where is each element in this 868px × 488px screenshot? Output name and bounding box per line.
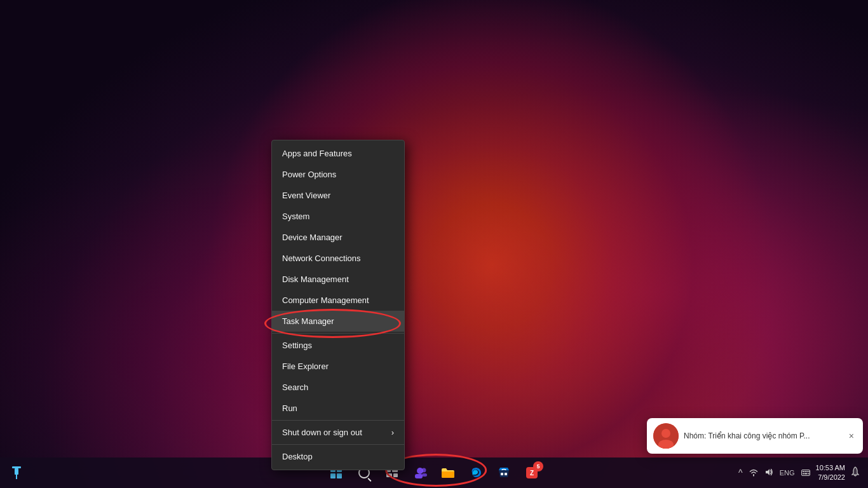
menu-item-power-options[interactable]: Power Options (272, 164, 404, 185)
svg-point-8 (422, 468, 426, 473)
svg-rect-12 (505, 473, 507, 475)
svg-rect-22 (804, 473, 807, 475)
svg-rect-5 (386, 473, 392, 477)
system-clock[interactable]: 10:53 AM 7/9/2022 (816, 463, 845, 483)
svg-rect-9 (415, 474, 423, 478)
svg-rect-17 (803, 471, 804, 472)
svg-point-15 (753, 474, 754, 475)
tray-icons: ^ ENG (736, 466, 811, 480)
file-explorer-icon (441, 467, 455, 478)
taskbar-left (0, 460, 29, 485)
submenu-arrow-icon: › (391, 428, 394, 437)
menu-item-search[interactable]: Search (272, 377, 404, 398)
desktop-background (0, 0, 868, 488)
svg-rect-6 (393, 473, 398, 477)
tray-keyboard-icon[interactable] (799, 466, 812, 479)
notification-text: Nhóm: Triển khai công việc nhóm P... (684, 431, 841, 440)
menu-separator-2 (272, 420, 404, 421)
store-icon (498, 466, 510, 479)
context-menu: Apps and Features Power Options Event Vi… (271, 140, 405, 470)
menu-separator (272, 333, 404, 334)
menu-item-event-viewer[interactable]: Event Viewer (272, 185, 404, 206)
menu-item-settings[interactable]: Settings (272, 335, 404, 356)
notification-close-button[interactable]: × (846, 431, 857, 441)
menu-item-disk-management[interactable]: Disk Management (272, 269, 404, 290)
svg-rect-16 (801, 470, 810, 476)
taskbar: Z 5 ^ ENG (0, 458, 868, 488)
svg-text:Z: Z (530, 470, 534, 477)
menu-item-shut-down[interactable]: Shut down or sign out › (272, 422, 404, 443)
svg-rect-23 (808, 473, 809, 475)
menu-separator-3 (272, 444, 404, 445)
clock-time: 10:53 AM (816, 463, 845, 473)
edge-icon (470, 466, 482, 479)
taskbar-store-button[interactable] (491, 460, 517, 485)
menu-item-desktop[interactable]: Desktop (272, 446, 404, 467)
menu-item-run[interactable]: Run (272, 398, 404, 419)
tray-language-label[interactable]: ENG (778, 468, 797, 478)
menu-item-network-connections[interactable]: Network Connections (272, 248, 404, 269)
tray-network-icon[interactable] (747, 466, 760, 480)
taskbar-zoho-button[interactable]: Z 5 (519, 460, 545, 485)
svg-rect-10 (422, 473, 427, 477)
svg-rect-1 (15, 468, 18, 475)
menu-item-task-manager[interactable]: Task Manager (272, 311, 404, 332)
svg-rect-20 (808, 471, 810, 472)
svg-rect-21 (803, 473, 804, 475)
menu-item-system[interactable]: System (272, 206, 404, 227)
zoho-notification-badge: 5 (533, 461, 543, 471)
tray-chevron-button[interactable]: ^ (736, 466, 745, 479)
notification-avatar (653, 423, 679, 449)
svg-point-25 (661, 429, 670, 438)
tray-notification-button[interactable] (849, 465, 862, 480)
taskbar-file-explorer-button[interactable] (435, 460, 461, 485)
notification-popup: Nhóm: Triển khai công việc nhóm P... × (647, 418, 863, 454)
svg-rect-18 (804, 471, 806, 472)
teams-icon (413, 466, 427, 480)
svg-rect-19 (806, 471, 808, 472)
clock-date: 7/9/2022 (816, 473, 845, 482)
menu-item-file-explorer[interactable]: File Explorer (272, 356, 404, 377)
menu-item-apps-features[interactable]: Apps and Features (272, 143, 404, 164)
tray-volume-icon[interactable] (763, 466, 775, 480)
taskbar-edge-button[interactable] (463, 460, 489, 485)
taskbar-pin-icon[interactable] (4, 460, 29, 485)
menu-item-computer-management[interactable]: Computer Management (272, 290, 404, 311)
taskbar-tray: ^ ENG (736, 463, 868, 483)
svg-rect-11 (501, 473, 503, 475)
menu-item-device-manager[interactable]: Device Manager (272, 227, 404, 248)
taskbar-teams-button[interactable] (407, 460, 433, 485)
svg-rect-0 (12, 466, 21, 468)
